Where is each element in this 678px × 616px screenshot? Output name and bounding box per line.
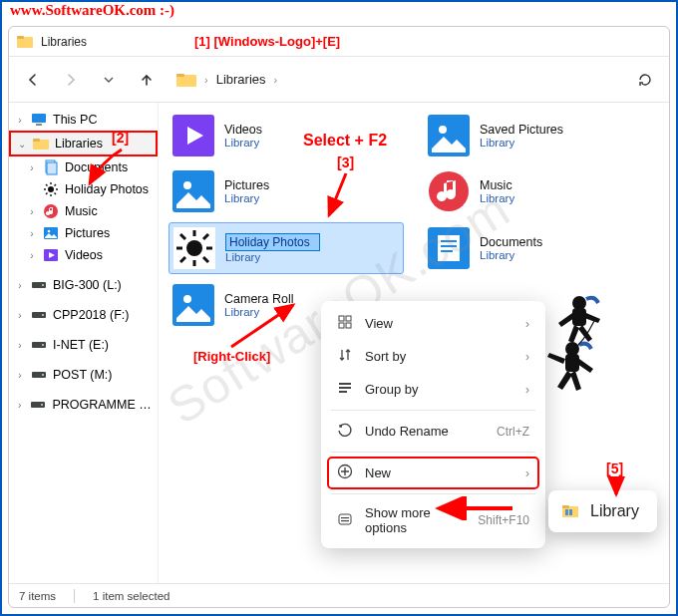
sidebar-item-libraries[interactable]: ⌄Libraries	[9, 131, 158, 156]
chevron-icon: ›	[15, 370, 25, 381]
toolbar: › Libraries ›	[9, 57, 669, 103]
svg-point-37	[183, 181, 191, 189]
sidebar-item-music[interactable]: ›Music	[9, 200, 158, 222]
more-icon	[337, 511, 353, 530]
menu-item-new[interactable]: New›	[327, 457, 539, 489]
svg-rect-68	[562, 505, 569, 508]
sidebar-item-programme-d-[interactable]: ›PROGRAMME (D:)	[9, 394, 158, 416]
forward-button[interactable]	[55, 64, 87, 96]
rename-input[interactable]	[225, 233, 320, 251]
context-submenu: Library	[548, 490, 657, 532]
window-title: Libraries	[41, 35, 87, 49]
svg-line-17	[46, 193, 48, 195]
submenu-item-library[interactable]: Library	[554, 496, 651, 526]
svg-rect-53	[441, 250, 453, 252]
svg-rect-5	[36, 124, 42, 126]
titlebar: Libraries [1] [Windows-Logo]+[E]	[9, 27, 669, 57]
separator	[331, 410, 535, 411]
svg-rect-56	[339, 316, 344, 321]
sidebar-item-holiday-photos[interactable]: Holiday Photos	[9, 178, 158, 200]
svg-rect-62	[339, 391, 347, 393]
statusbar: 7 items 1 item selected	[9, 583, 669, 607]
svg-line-16	[55, 193, 57, 195]
library-name: Videos	[224, 123, 262, 137]
svg-rect-52	[441, 245, 457, 247]
library-item-documents[interactable]: DocumentsLibrary	[424, 222, 659, 274]
sidebar-item-label: Documents	[65, 160, 128, 174]
svg-rect-61	[339, 387, 351, 389]
chevron-right-icon: ›	[274, 74, 278, 86]
sidebar-item-post-m-[interactable]: ›POST (M:)	[9, 364, 158, 386]
sidebar-item-this-pc[interactable]: ›This PC	[9, 109, 158, 131]
library-subtext: Library	[224, 192, 269, 204]
library-subtext: Library	[224, 137, 262, 149]
library-subtext: Library	[224, 306, 293, 318]
svg-rect-70	[569, 509, 572, 515]
svg-rect-4	[32, 114, 46, 123]
library-item-music[interactable]: MusicLibrary	[424, 166, 659, 216]
sidebar-item-videos[interactable]: ›Videos	[9, 244, 158, 266]
submenu-label: Library	[590, 502, 639, 520]
svg-rect-58	[339, 323, 344, 328]
library-name: Documents	[480, 235, 542, 249]
library-item-saved-pictures[interactable]: Saved PicturesLibrary	[424, 111, 659, 160]
menu-item-view[interactable]: View›	[327, 307, 539, 340]
sidebar-item-big-300-l-[interactable]: ›BIG-300 (L:)	[9, 274, 158, 296]
menu-item-group-by[interactable]: Group by›	[327, 373, 539, 406]
svg-point-26	[42, 314, 44, 316]
address-bar[interactable]: › Libraries ›	[169, 68, 623, 92]
separator	[331, 452, 535, 453]
svg-line-15	[46, 184, 48, 186]
library-subtext: Library	[480, 249, 542, 261]
view-icon	[337, 314, 353, 333]
sidebar-item-cpp2018-f-[interactable]: ›CPP2018 (F:)	[9, 304, 158, 326]
menu-label: Group by	[365, 382, 418, 397]
sidebar-item-documents[interactable]: ›Documents	[9, 156, 158, 178]
undo-icon	[337, 422, 353, 441]
chevron-icon: ›	[27, 162, 37, 173]
sidebar-item-label: This PC	[53, 113, 97, 127]
separator	[331, 493, 535, 494]
library-item-videos[interactable]: VideosLibrary	[169, 111, 404, 160]
svg-rect-7	[33, 139, 40, 142]
folder-icon	[176, 72, 196, 88]
library-icon	[172, 284, 214, 326]
sidebar-item-i-net-e-[interactable]: ›I-NET (E:)	[9, 334, 158, 356]
svg-point-40	[186, 240, 202, 256]
library-item-holiday-photos[interactable]: Library	[169, 222, 404, 274]
svg-line-18	[55, 184, 57, 186]
up-button[interactable]	[131, 64, 163, 96]
svg-point-21	[48, 230, 51, 233]
sidebar-item-label: Holiday Photos	[65, 182, 149, 196]
chevron-icon: ›	[15, 310, 25, 321]
chevron-right-icon: ›	[525, 466, 529, 480]
refresh-button[interactable]	[629, 64, 661, 96]
decorative-figures	[524, 291, 614, 401]
page-url: www.SoftwareOK.com :-)	[10, 2, 174, 19]
sidebar-item-pictures[interactable]: ›Pictures	[9, 222, 158, 244]
svg-rect-60	[339, 383, 351, 385]
menu-label: New	[365, 465, 391, 480]
library-name: Saved Pictures	[480, 123, 563, 137]
svg-rect-59	[346, 323, 351, 328]
svg-point-10	[48, 186, 54, 192]
status-items: 7 items	[19, 590, 56, 602]
menu-item-show-more-options[interactable]: Show more optionsShift+F10	[327, 498, 539, 542]
chevron-icon: ›	[15, 340, 25, 351]
breadcrumb[interactable]: Libraries	[216, 72, 266, 87]
chevron-down-icon[interactable]	[93, 64, 125, 96]
library-item-pictures[interactable]: PicturesLibrary	[169, 166, 404, 216]
svg-point-30	[42, 374, 44, 376]
svg-point-73	[565, 342, 579, 356]
menu-item-undo-rename[interactable]: Undo RenameCtrl+Z	[327, 415, 539, 448]
folder-icon	[17, 34, 33, 50]
back-button[interactable]	[17, 64, 49, 96]
sidebar-item-label: I-NET (E:)	[53, 338, 109, 352]
shortcut-label: Ctrl+Z	[497, 425, 529, 439]
chevron-icon: ›	[15, 280, 25, 291]
sidebar-item-label: Videos	[65, 248, 103, 262]
menu-item-sort-by[interactable]: Sort by›	[327, 340, 539, 373]
library-name: Pictures	[224, 178, 269, 192]
sidebar[interactable]: ›This PC⌄Libraries›DocumentsHoliday Phot…	[9, 103, 159, 583]
sidebar-item-label: PROGRAMME (D:)	[52, 398, 154, 412]
